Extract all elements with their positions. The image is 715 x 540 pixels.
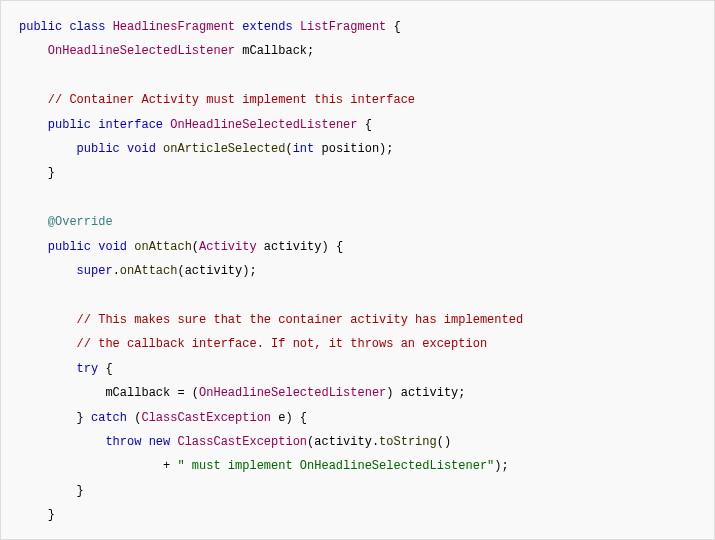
string-mustimplement: " must implement OnHeadlineSelectedListe… [177,459,494,473]
keyword-public: public [48,118,91,132]
type-listener: OnHeadlineSelectedListener [170,118,357,132]
code-block: public class HeadlinesFragment extends L… [0,0,715,540]
op-plus: + [163,459,170,473]
punct-brace-close: } [77,484,84,498]
punct-brace-open: { [293,411,307,425]
punct-semi: ; [458,386,465,400]
field-set: mCallback [105,386,177,400]
keyword-class: class [69,20,105,34]
keyword-public: public [77,142,120,156]
punct-paren-close: ) [444,435,451,449]
code-content: public class HeadlinesFragment extends L… [19,15,696,540]
keyword-throw: throw [105,435,141,449]
punct-brace-open: { [357,118,371,132]
keyword-public: public [48,240,91,254]
cast-arg: activity [393,386,458,400]
punct-brace-close: } [48,508,55,522]
punct-brace-close: } [77,411,84,425]
punct-paren-close: ) [321,240,328,254]
punct-dot: . [372,435,379,449]
annotation-override: @Override [48,215,113,229]
punct-semi: ; [386,142,393,156]
keyword-try: try [77,362,99,376]
punct-semi: ; [249,264,256,278]
punct-paren-close: ) [494,459,501,473]
method-call-onattach: onAttach [120,264,178,278]
punct-dot: . [113,264,120,278]
keyword-super: super [77,264,113,278]
comment-container: // Container Activity must implement thi… [48,93,415,107]
keyword-interface: interface [98,118,163,132]
op-eq: = [177,386,184,400]
method-tostring: toString [379,435,437,449]
cast-open: ( [185,386,199,400]
punct-paren-open: ( [437,435,444,449]
punct-paren-open: ( [177,264,184,278]
arg-activity: activity [314,435,372,449]
punct-paren-open: ( [285,142,292,156]
punct-brace-close: } [48,166,55,180]
punct-paren-close: ) [285,411,292,425]
keyword-void: void [98,240,127,254]
keyword-void: void [127,142,156,156]
keyword-int: int [293,142,315,156]
punct-paren-open: ( [192,240,199,254]
param-position: position [314,142,379,156]
param-activity: activity [257,240,322,254]
type-list-fragment: ListFragment [300,20,386,34]
punct-brace-open: { [329,240,343,254]
punct-brace-open: { [386,20,400,34]
field-mcallback: mCallback [235,44,307,58]
comment-impl-1: // This makes sure that the container ac… [77,313,523,327]
keyword-extends: extends [242,20,292,34]
arg-activity: activity [185,264,243,278]
type-listener: OnHeadlineSelectedListener [199,386,386,400]
keyword-catch: catch [91,411,127,425]
punct-semi: ; [307,44,314,58]
type-activity: Activity [199,240,257,254]
type-classcastexception: ClassCastException [141,411,271,425]
comment-impl-2: // the callback interface. If not, it th… [77,337,487,351]
punct-semi: ; [502,459,509,473]
param-e: e [271,411,285,425]
type-headlines-fragment: HeadlinesFragment [113,20,235,34]
keyword-public: public [19,20,62,34]
punct-brace-open: { [98,362,112,376]
keyword-new: new [149,435,171,449]
method-onarticleselected: onArticleSelected [156,142,286,156]
type-classcastexception: ClassCastException [177,435,307,449]
method-onattach: onAttach [127,240,192,254]
type-listener: OnHeadlineSelectedListener [48,44,235,58]
